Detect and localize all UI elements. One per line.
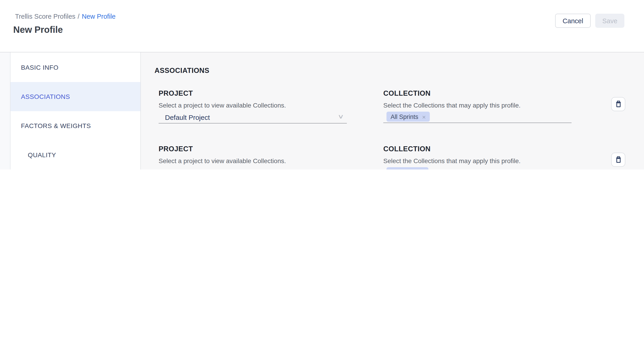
project-column: PROJECT Select a project to view availab… xyxy=(158,89,347,124)
association-row: PROJECT Select a project to view availab… xyxy=(158,145,644,170)
trash-icon xyxy=(614,100,622,108)
collection-tags-field[interactable]: All Teams ✕ xyxy=(383,167,572,170)
delete-association-button[interactable] xyxy=(611,153,625,167)
sidebar-item-associations[interactable]: ASSOCIATIONS xyxy=(10,82,140,111)
delete-association-button[interactable] xyxy=(611,97,625,111)
chevron-down-icon: ∨ xyxy=(338,112,344,120)
page-header: Trellis Score Profiles/New Profile New P… xyxy=(0,0,644,52)
save-button[interactable]: Save xyxy=(595,14,624,28)
left-gutter xyxy=(0,52,10,170)
collection-tag-label: All Teams xyxy=(390,169,417,170)
project-select[interactable]: Jenkins ∨ xyxy=(158,167,347,170)
sidebar-nav: BASIC INFO ASSOCIATIONS FACTORS & WEIGHT… xyxy=(10,52,140,170)
project-select[interactable]: Default Project ∨ xyxy=(158,111,347,124)
collection-tag: All Teams ✕ xyxy=(386,167,428,170)
collection-tag-label: All Sprints xyxy=(390,114,418,120)
project-description: Select a project to view available Colle… xyxy=(158,102,347,109)
sidebar-item-basic-info[interactable]: BASIC INFO xyxy=(10,53,140,82)
breadcrumb: Trellis Score Profiles/New Profile xyxy=(15,13,116,20)
breadcrumb-separator: / xyxy=(78,13,80,20)
association-row: PROJECT Select a project to view availab… xyxy=(158,89,644,124)
associations-section-title: ASSOCIATIONS xyxy=(154,66,644,75)
page: Trellis Score Profiles/New Profile New P… xyxy=(0,0,644,170)
main-content: ASSOCIATIONS PROJECT Select a project to… xyxy=(141,52,644,170)
trash-icon xyxy=(614,156,622,164)
sidebar: BASIC INFO ASSOCIATIONS FACTORS & WEIGHT… xyxy=(10,52,141,170)
cancel-button[interactable]: Cancel xyxy=(555,14,591,28)
collection-label: COLLECTION xyxy=(383,145,572,153)
collection-description: Select the Collections that may apply th… xyxy=(383,157,572,164)
collection-column: COLLECTION Select the Collections that m… xyxy=(383,145,572,170)
breadcrumb-current-link[interactable]: New Profile xyxy=(82,13,116,20)
project-label: PROJECT xyxy=(158,89,347,98)
sidebar-item-quality[interactable]: QUALITY xyxy=(10,140,140,170)
project-select-value: Default Project xyxy=(165,114,210,121)
project-select-value: Jenkins xyxy=(165,169,188,170)
collection-column: COLLECTION Select the Collections that m… xyxy=(383,89,572,124)
chevron-down-icon: ∨ xyxy=(338,168,344,170)
page-body: BASIC INFO ASSOCIATIONS FACTORS & WEIGHT… xyxy=(0,52,644,170)
breadcrumb-root-link[interactable]: Trellis Score Profiles xyxy=(15,13,76,20)
project-description: Select a project to view available Colle… xyxy=(158,157,347,164)
sidebar-item-factors-weights[interactable]: FACTORS & WEIGHTS xyxy=(10,111,140,140)
collection-tag: All Sprints ✕ xyxy=(386,112,430,122)
collection-tags-field[interactable]: All Sprints ✕ xyxy=(383,111,572,123)
collection-description: Select the Collections that may apply th… xyxy=(383,102,572,109)
collection-label: COLLECTION xyxy=(383,89,572,98)
project-label: PROJECT xyxy=(158,145,347,153)
page-title: New Profile xyxy=(13,24,63,35)
remove-tag-icon[interactable]: ✕ xyxy=(422,114,426,120)
project-column: PROJECT Select a project to view availab… xyxy=(158,145,347,170)
